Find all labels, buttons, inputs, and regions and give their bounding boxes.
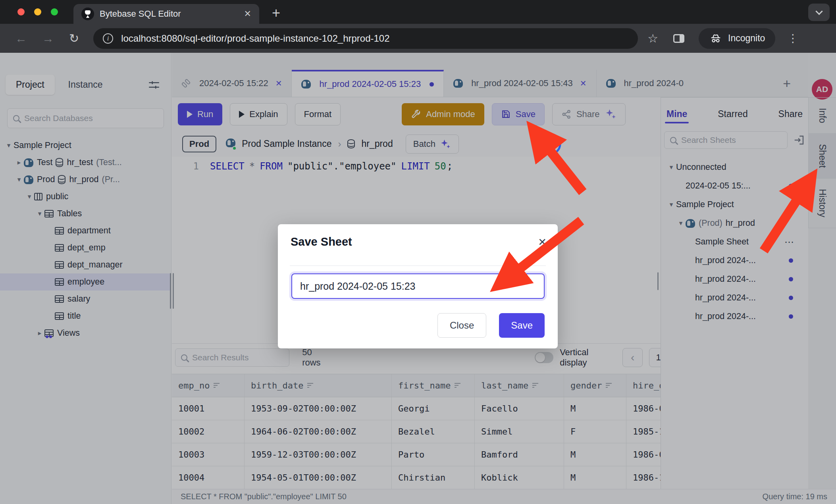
bookmark-star-icon[interactable]: ☆ <box>647 31 658 45</box>
url-text: localhost:8080/sql-editor/prod-sample-in… <box>121 33 389 44</box>
url-bar[interactable]: i localhost:8080/sql-editor/prod-sample-… <box>93 28 638 49</box>
side-panel-icon[interactable] <box>673 34 684 43</box>
tab-search-button[interactable] <box>808 4 830 21</box>
close-tab-icon[interactable]: ✕ <box>244 9 251 19</box>
forward-button[interactable]: → <box>42 32 54 45</box>
close-window-button[interactable] <box>17 8 25 15</box>
browser-tab-title: Bytebase SQL Editor <box>100 9 239 19</box>
sheet-name-input[interactable] <box>291 273 545 299</box>
minimize-window-button[interactable] <box>34 8 41 15</box>
dialog-title: Save Sheet <box>291 235 352 248</box>
close-dialog-icon[interactable]: ✕ <box>538 236 547 248</box>
browser-chrome: Bytebase SQL Editor ✕ + ← → ↻ i localhos… <box>0 0 836 53</box>
dialog-save-button[interactable]: Save <box>499 313 545 338</box>
dialog-divider <box>290 265 546 266</box>
window-controls[interactable] <box>17 8 58 15</box>
browser-tab-strip: Bytebase SQL Editor ✕ + <box>0 0 836 24</box>
new-tab-button[interactable]: + <box>272 5 280 21</box>
incognito-icon <box>709 33 722 44</box>
bytebase-favicon <box>81 8 94 20</box>
site-info-icon[interactable]: i <box>103 33 113 44</box>
maximize-window-button[interactable] <box>51 8 58 15</box>
dialog-close-button[interactable]: Close <box>437 313 486 338</box>
chevron-down-icon <box>815 8 823 15</box>
back-button[interactable]: ← <box>15 32 27 45</box>
save-sheet-dialog: Save Sheet ✕ Close Save <box>278 224 558 348</box>
browser-navbar: ← → ↻ i localhost:8080/sql-editor/prod-s… <box>0 24 836 53</box>
browser-menu-icon[interactable]: ⋮ <box>787 32 798 45</box>
bytebase-app: ProjectInstance Sample Project <box>0 53 836 504</box>
browser-tab[interactable]: Bytebase SQL Editor ✕ <box>73 4 259 24</box>
incognito-label: Incognito <box>728 33 765 44</box>
reload-button[interactable]: ↻ <box>69 31 79 45</box>
incognito-badge: Incognito <box>699 28 775 49</box>
